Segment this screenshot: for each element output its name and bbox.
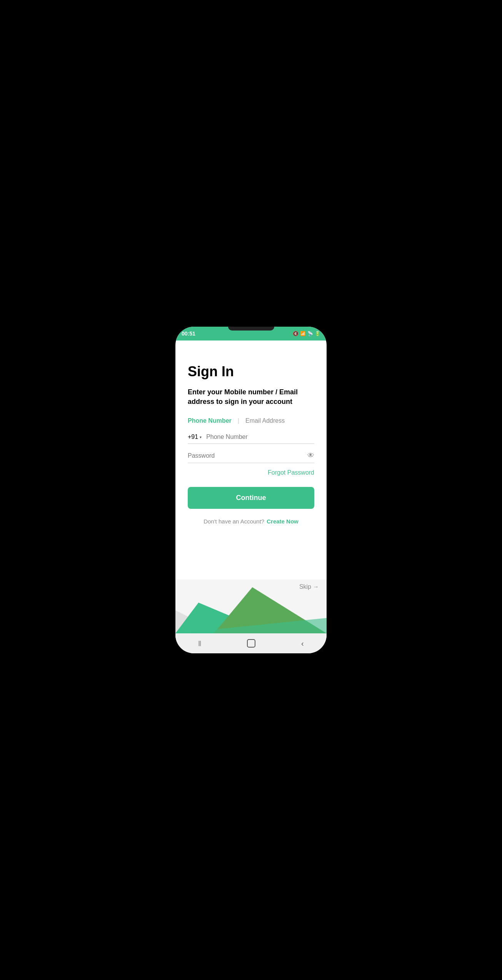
tab-divider: |	[238, 417, 239, 424]
scroll-area: Sign In Enter your Mobile number / Email…	[175, 341, 327, 580]
country-code-selector[interactable]: +91 ▾	[188, 434, 202, 440]
forgot-password-link[interactable]: Forgot Password	[268, 469, 314, 476]
nav-back-icon[interactable]: ‹	[301, 639, 304, 648]
phone-frame: 00:51 🔇 📶 📡 🔋 Sign In Enter your Mobile …	[175, 327, 327, 653]
create-now-link[interactable]: Create Now	[267, 518, 299, 525]
continue-button[interactable]: Continue	[188, 487, 314, 509]
create-account-prompt: Don't have an Account?	[203, 518, 264, 525]
signal-icon: 📡	[307, 331, 313, 336]
phone-number-input[interactable]	[206, 434, 314, 440]
tab-email[interactable]: Email Address	[245, 417, 285, 424]
decorative-triangles	[175, 580, 327, 633]
create-account-row: Don't have an Account? Create Now	[188, 518, 314, 525]
forgot-password-row: Forgot Password	[188, 469, 314, 476]
main-content: Sign In Enter your Mobile number / Email…	[175, 341, 327, 633]
mute-icon: 🔇	[293, 331, 299, 336]
phone-notch	[228, 327, 274, 331]
wifi-icon: 📶	[300, 331, 306, 336]
battery-icon: 🔋	[315, 331, 320, 336]
password-input[interactable]	[188, 452, 307, 459]
chevron-down-icon: ▾	[200, 435, 202, 439]
phone-screen: 00:51 🔇 📶 📡 🔋 Sign In Enter your Mobile …	[175, 327, 327, 653]
nav-menu-icon[interactable]: ⦀	[198, 639, 201, 648]
page-subtitle: Enter your Mobile number / Email address…	[188, 387, 314, 407]
tab-selector: Phone Number | Email Address	[188, 417, 314, 424]
status-icons: 🔇 📶 📡 🔋	[293, 331, 320, 336]
password-input-container: 👁	[188, 452, 314, 463]
bottom-nav: ⦀ ‹	[175, 633, 327, 653]
page-title: Sign In	[188, 364, 314, 380]
status-time: 00:51	[182, 331, 195, 337]
bottom-decorative-area: Skip →	[175, 580, 327, 633]
eye-icon[interactable]: 👁	[307, 452, 314, 460]
country-code-value: +91	[188, 434, 198, 440]
phone-input-container: +91 ▾	[188, 434, 314, 444]
nav-home-icon[interactable]	[247, 639, 255, 648]
tab-phone[interactable]: Phone Number	[188, 417, 232, 424]
